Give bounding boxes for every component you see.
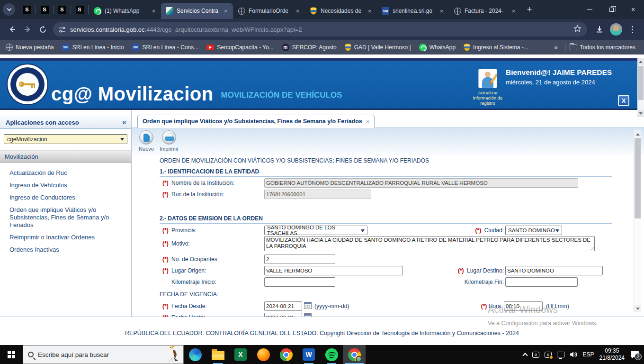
volume-icon[interactable]: [570, 351, 578, 358]
tray-app-icon[interactable]: [532, 352, 539, 358]
bookmark-ingreso-sistema[interactable]: Ingreso al Sistema -...: [464, 44, 528, 51]
pinned-tab[interactable]: S: [54, 1, 70, 18]
forward-arrow-icon: [23, 25, 32, 34]
taskbar-app-edge[interactable]: [184, 345, 206, 364]
taskbar-app-firefox[interactable]: [252, 345, 275, 364]
bookmark-gad-valle-hermoso[interactable]: GAD | Valle Hermoso |: [345, 44, 411, 51]
new-tab-button[interactable]: +: [523, 3, 536, 16]
download-button[interactable]: [592, 22, 607, 37]
bookmark-nueva-pestana[interactable]: Nueva pestaña: [6, 44, 54, 51]
taskbar-clock[interactable]: 09:35 21/8/2024: [599, 347, 625, 362]
update-registry-link[interactable]: Actualizar información de registro: [469, 90, 507, 106]
back-button[interactable]: [5, 22, 20, 37]
sidebar-item-ingreso-conductores[interactable]: Ingreso de Conductores: [9, 194, 124, 201]
address-bar[interactable]: servicios.contraloria.gob.ec:4443/cge_ar…: [53, 22, 587, 36]
network-icon[interactable]: [557, 352, 564, 357]
browser-menu-button[interactable]: [625, 22, 639, 36]
tray-update-icon[interactable]: [545, 352, 552, 358]
sidebar-collapse-icon[interactable]: «: [122, 118, 126, 127]
calendar-icon[interactable]: [304, 302, 312, 309]
window-minimize-button[interactable]: [579, 0, 600, 19]
app-close-button[interactable]: X: [618, 95, 629, 106]
taskbar-app-file-explorer[interactable]: [206, 345, 229, 364]
scrollbar-thumb[interactable]: [635, 138, 641, 218]
all-bookmarks-button[interactable]: Todos los marcadores: [570, 44, 635, 51]
kilometraje-inicio-field[interactable]: [264, 277, 335, 287]
fecha-hasta-field[interactable]: [264, 313, 302, 317]
hidden-icons-chevron[interactable]: [522, 353, 528, 358]
tab-necesidades[interactable]: Necesidades de ×: [305, 3, 377, 19]
taskbar-app-chrome-active[interactable]: [343, 345, 366, 364]
kilometraje-fin-field[interactable]: [505, 277, 578, 287]
user-avatar[interactable]: [478, 69, 497, 88]
scroll-down-button[interactable]: [634, 305, 641, 312]
pinned-tab[interactable]: S: [19, 1, 35, 18]
sidebar-item-ingreso-vehiculos[interactable]: Ingreso de Vehículos: [9, 182, 124, 189]
tab-close-icon[interactable]: ×: [294, 8, 301, 15]
fecha-desde-field[interactable]: [264, 301, 302, 311]
taskbar-app-word[interactable]: W: [297, 345, 320, 364]
tab-close-icon[interactable]: ×: [150, 8, 157, 15]
scroll-up-button[interactable]: [637, 58, 644, 65]
sidebar-group-movilizacion[interactable]: Movilización: [0, 150, 131, 163]
sidebar-item-orden-viaticos[interactable]: Orden que implique Viáticos y/o Subsiste…: [9, 206, 123, 229]
tab-factura[interactable]: Factura - 2024- ×: [449, 3, 521, 19]
scroll-up-button[interactable]: [634, 130, 641, 137]
tab-search-button[interactable]: [3, 3, 15, 16]
window-restore-button[interactable]: [600, 0, 622, 19]
tab-sri[interactable]: SRI srienlinea.sri.go ×: [377, 3, 449, 19]
sidebar-item-actualizacion-ruc[interactable]: Actualización de Ruc: [9, 169, 124, 177]
tab-servicios-contraloria[interactable]: Servicios Contra ×: [161, 3, 233, 19]
bookmark-whatsapp[interactable]: WhatsApp: [419, 44, 456, 51]
taskbar-app-excel[interactable]: X: [229, 345, 252, 364]
bookmark-sri-inicio[interactable]: SRISRI en Línea - Inicio: [62, 44, 124, 51]
url-text[interactable]: servicios.contraloria.gob.ec:4443/cge_ar…: [70, 26, 302, 33]
tab-formulario[interactable]: FormularioOrde ×: [233, 3, 305, 19]
search-placeholder: Escribe aquí para buscar: [38, 351, 109, 358]
new-button[interactable]: Nuevo: [135, 130, 157, 155]
hora-field[interactable]: [504, 301, 543, 311]
taskbar-app-chrome[interactable]: [275, 345, 297, 364]
tab-close-icon[interactable]: ×: [366, 8, 373, 15]
ciudad-select[interactable]: SANTO DOMINGO: [505, 226, 562, 235]
header-frame-scrollbar[interactable]: [637, 58, 644, 117]
start-button[interactable]: [0, 345, 23, 364]
sidebar-item-ordenes-inactivas[interactable]: Ordenes Inactivas: [9, 246, 124, 254]
lugar-destino-field[interactable]: [505, 266, 603, 275]
bookmarks-overflow-button[interactable]: »: [550, 44, 561, 51]
forward-button[interactable]: [20, 22, 35, 37]
pinned-tab[interactable]: S: [72, 1, 88, 18]
ocupantes-field[interactable]: [264, 255, 335, 264]
sidebar-item-reimprimir-inactivar[interactable]: Reimprimir o Inactivar Ordenes: [9, 234, 124, 241]
pinned-tab[interactable]: S: [36, 1, 53, 18]
bookmark-sercopcapacita[interactable]: SercopCapacita - Yo...: [206, 44, 273, 51]
taskbar-search[interactable]: Escribe aquí para buscar: [23, 345, 184, 364]
application-select[interactable]: cgeMovilizacion: [4, 134, 127, 144]
scroll-down-button[interactable]: [637, 110, 644, 117]
content-tab-orden[interactable]: Orden que implique Viáticos y/o Subsiste…: [137, 115, 375, 128]
content-tab-close-icon[interactable]: ×: [366, 118, 370, 125]
bookmark-sercop-agosto[interactable]: mSERCOP: Agosto: [282, 44, 337, 51]
window-close-button[interactable]: ×: [622, 0, 644, 19]
scrollbar-thumb[interactable]: [638, 66, 644, 100]
action-center-button[interactable]: 2: [631, 351, 640, 359]
required-mark: (*): [481, 303, 487, 309]
tab-whatsapp[interactable]: (1) WhatsApp ×: [89, 3, 161, 19]
reload-button[interactable]: [35, 22, 50, 37]
taskbar-app-spotify[interactable]: [320, 345, 343, 364]
motivo-field[interactable]: MOVILIZACIÓN HACIA LA CIUDAD DE SANTO DO…: [264, 236, 595, 251]
calendar-icon[interactable]: [304, 313, 312, 317]
provincia-select[interactable]: SANTO DOMINGO DE LOS TSACHILAS: [264, 226, 367, 235]
tab-close-icon[interactable]: ×: [438, 8, 445, 15]
language-indicator[interactable]: ESP: [583, 351, 594, 358]
bookmark-star-icon[interactable]: [573, 25, 581, 35]
content-scrollbar[interactable]: [634, 130, 641, 312]
tab-close-icon[interactable]: ×: [510, 8, 517, 15]
bookmark-sri-consultas[interactable]: SRISRI en Línea - Cons...: [132, 44, 198, 51]
browser-profile-avatar[interactable]: [610, 23, 622, 36]
tab-close-icon[interactable]: ×: [222, 8, 229, 15]
lugar-origen-field[interactable]: [264, 266, 403, 275]
print-button[interactable]: Imprimir: [158, 130, 180, 155]
download-icon: [595, 25, 604, 34]
site-info-icon[interactable]: [59, 26, 66, 33]
